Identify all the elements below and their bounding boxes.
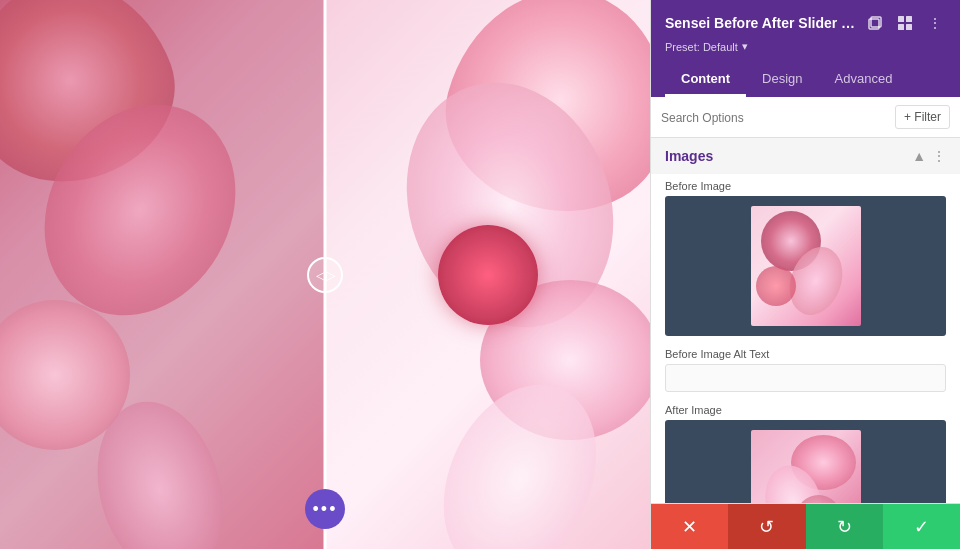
redo-button[interactable]: ↻ (806, 504, 883, 549)
search-row: + Filter (651, 97, 960, 138)
confirm-icon: ✓ (914, 516, 929, 538)
preset-label: Preset: Default (665, 41, 738, 53)
cancel-button[interactable]: ✕ (651, 504, 728, 549)
tab-advanced[interactable]: Advanced (819, 63, 909, 97)
svg-rect-3 (906, 16, 912, 22)
handle-arrows-icon: ◁▷ (316, 267, 334, 283)
after-image-label: After Image (665, 404, 946, 416)
panel-tabs: Content Design Advanced (665, 63, 946, 97)
more-options-icon[interactable]: ⋮ (924, 12, 946, 34)
after-image (325, 0, 650, 549)
after-image-preview-inner (751, 430, 861, 503)
tab-content[interactable]: Content (665, 63, 746, 97)
preset-arrow-icon: ▾ (742, 40, 748, 53)
section-images-header: Images ▲ ⋮ (651, 138, 960, 174)
panel-title: Sensei Before After Slider Set... (665, 15, 864, 31)
section-header-icons: ▲ ⋮ (912, 148, 946, 164)
before-image-alt-label: Before Image Alt Text (665, 348, 946, 360)
dots-icon: ••• (313, 499, 338, 520)
redo-icon: ↻ (837, 516, 852, 538)
before-image-label: Before Image (665, 180, 946, 192)
slider-handle[interactable]: ◁▷ (307, 257, 343, 293)
before-image-preview[interactable] (665, 196, 946, 336)
filter-button[interactable]: + Filter (895, 105, 950, 129)
before-image-alt-input[interactable] (665, 364, 946, 392)
panel-header: Sensei Before After Slider Set... (651, 0, 960, 97)
svg-rect-2 (898, 16, 904, 22)
svg-rect-5 (906, 24, 912, 30)
undo-icon: ↺ (759, 516, 774, 538)
bottom-toolbar: ✕ ↺ ↻ ✓ (651, 503, 960, 549)
dots-menu-button[interactable]: ••• (305, 489, 345, 529)
search-input-wrap (661, 108, 887, 127)
cancel-icon: ✕ (682, 516, 697, 538)
panel-preset[interactable]: Preset: Default ▾ (665, 40, 946, 53)
image-editor-panel: ◁▷ ••• (0, 0, 650, 549)
undo-button[interactable]: ↺ (728, 504, 805, 549)
svg-rect-4 (898, 24, 904, 30)
copy-icon[interactable] (864, 12, 886, 34)
panel-title-row: Sensei Before After Slider Set... (665, 12, 946, 34)
tab-design[interactable]: Design (746, 63, 818, 97)
section-more-icon[interactable]: ⋮ (932, 148, 946, 164)
before-image-preview-inner (751, 206, 861, 326)
before-image (0, 0, 325, 549)
settings-panel: Sensei Before After Slider Set... (650, 0, 960, 549)
after-image-preview[interactable] (665, 420, 946, 503)
panel-content: Images ▲ ⋮ Before Image Before Image Alt… (651, 138, 960, 503)
section-images-title: Images (665, 148, 713, 164)
search-input[interactable] (661, 109, 887, 127)
before-image-field: Before Image (651, 174, 960, 342)
before-image-alt-field: Before Image Alt Text (651, 342, 960, 398)
panel-title-icons: ⋮ (864, 12, 946, 34)
confirm-button[interactable]: ✓ (883, 504, 960, 549)
section-collapse-icon[interactable]: ▲ (912, 148, 926, 164)
before-after-container: ◁▷ (0, 0, 650, 549)
grid-icon[interactable] (894, 12, 916, 34)
filter-label: + Filter (904, 110, 941, 124)
after-image-field: After Image (651, 398, 960, 503)
